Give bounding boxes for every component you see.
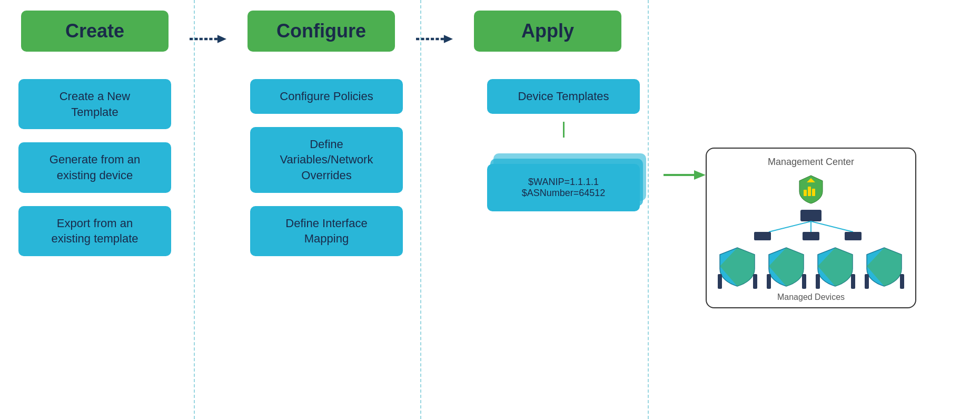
define-interface-text: Define InterfaceMapping — [285, 217, 367, 246]
mgmt-title: Management Center — [715, 157, 907, 168]
create-column: Create a NewTemplate Generate from anexi… — [0, 79, 190, 308]
configure-section-header: Configure — [226, 11, 416, 67]
create-new-template-box: Create a NewTemplate — [18, 79, 171, 129]
asnumber-text: $ASNumber=64512 — [522, 188, 606, 199]
svg-rect-23 — [865, 274, 869, 289]
generate-from-device-text: Generate from anexisting device — [50, 153, 140, 182]
managed-devices-label: Managed Devices — [715, 293, 907, 302]
svg-marker-1 — [217, 35, 226, 43]
green-arrow-right-icon — [664, 169, 706, 181]
arrow2-icon — [416, 32, 453, 46]
svg-rect-15 — [803, 232, 819, 240]
export-from-template-text: Export from anexisting template — [51, 217, 138, 246]
create-section-header: Create — [0, 11, 190, 67]
define-interface-box: Define InterfaceMapping — [250, 206, 403, 256]
export-from-template-box: Export from anexisting template — [18, 206, 171, 256]
management-center-box: Management Center — [706, 148, 916, 308]
mgmt-section: Management Center — [664, 79, 916, 308]
shield-devices-row — [715, 245, 907, 290]
svg-line-11 — [769, 221, 811, 232]
svg-rect-22 — [851, 274, 855, 289]
svg-marker-3 — [444, 35, 453, 43]
green-arrow-right-container — [664, 148, 706, 181]
arrow1-container — [190, 32, 226, 46]
svg-rect-18 — [753, 274, 757, 289]
svg-marker-5 — [694, 170, 706, 180]
apply-section-header: Apply — [453, 11, 642, 67]
svg-line-13 — [811, 221, 853, 232]
create-header-box: Create — [21, 11, 169, 52]
shield-device-2 — [764, 245, 809, 290]
svg-rect-17 — [718, 274, 722, 289]
define-variables-text: DefineVariables/NetworkOverrides — [280, 138, 373, 182]
configure-header-box: Configure — [248, 11, 395, 52]
svg-rect-14 — [754, 232, 771, 240]
shield-device-1 — [715, 245, 760, 290]
svg-rect-8 — [812, 189, 815, 196]
spacer1 — [190, 79, 226, 308]
configure-label: Configure — [276, 20, 366, 42]
svg-rect-20 — [802, 274, 806, 289]
shield-device-4 — [862, 245, 907, 290]
arrow2-container — [416, 32, 453, 46]
stacked-template-boxes: $WANIP=1.1.1.1 $ASNumber=64512 — [487, 153, 640, 238]
header-row: Create Configure Apply — [0, 11, 980, 67]
mgmt-center-icon — [795, 173, 827, 204]
stacked-area: $WANIP=1.1.1.1 $ASNumber=64512 — [487, 122, 640, 238]
svg-rect-24 — [900, 274, 904, 289]
apply-column: Device Templates $WANIP=1.1.1.1 $ASNumbe… — [463, 79, 664, 308]
apply-label: Apply — [521, 20, 574, 42]
content-area: Create a NewTemplate Generate from anexi… — [0, 79, 980, 308]
generate-from-device-box: Generate from anexisting device — [18, 142, 171, 192]
wanip-text: $WANIP=1.1.1.1 — [528, 177, 599, 188]
create-label: Create — [65, 20, 124, 42]
configure-column: Configure Policies DefineVariables/Netwo… — [226, 79, 427, 308]
svg-rect-10 — [800, 210, 821, 221]
svg-rect-21 — [816, 274, 820, 289]
shield-device-3 — [813, 245, 858, 290]
define-variables-box: DefineVariables/NetworkOverrides — [250, 127, 403, 193]
spacer2 — [427, 79, 463, 308]
mgmt-icon-container — [715, 173, 907, 204]
svg-rect-7 — [808, 187, 811, 196]
configure-policies-box: Configure Policies — [250, 79, 403, 114]
svg-rect-19 — [767, 274, 771, 289]
stack-box-text: $WANIP=1.1.1.1 $ASNumber=64512 — [487, 164, 640, 211]
configure-policies-text: Configure Policies — [280, 90, 373, 103]
svg-rect-16 — [845, 232, 862, 240]
create-new-template-text: Create a NewTemplate — [60, 90, 131, 119]
svg-rect-6 — [804, 190, 807, 196]
hierarchy-svg — [715, 209, 907, 240]
green-line-down — [563, 122, 565, 138]
diagram-container: Create Configure Apply — [0, 0, 980, 419]
apply-header-box: Apply — [474, 11, 621, 52]
device-templates-box: Device Templates — [487, 79, 640, 114]
arrow1-icon — [190, 32, 226, 46]
device-templates-text: Device Templates — [518, 90, 609, 103]
